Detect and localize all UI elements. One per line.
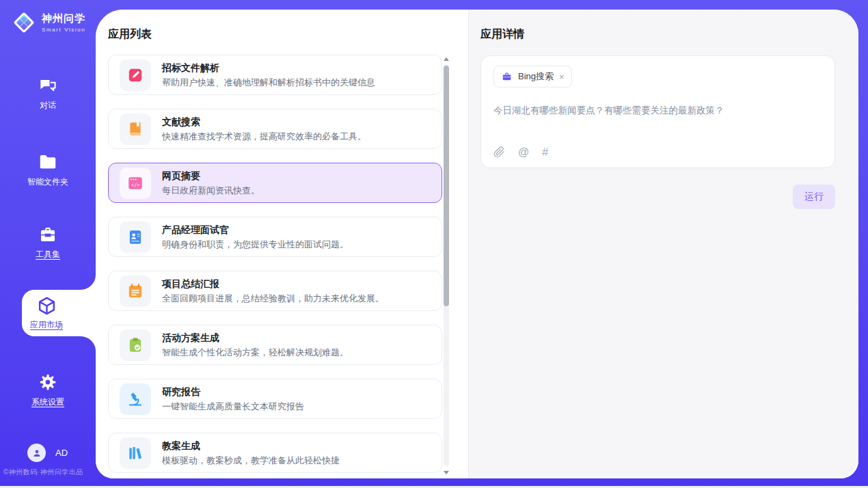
sidebar-item-app-market[interactable]: 应用市场: [22, 290, 96, 336]
hash-icon[interactable]: #: [542, 147, 548, 158]
app-detail-panel: 应用详情 Bing搜索 × 今日湖北有哪些新闻要点？有哪些需要关注的最新政策？: [468, 10, 858, 478]
app-list-panel: 应用列表 招标文件解析 帮助用户快速、准确地理解和解析招标书中的关键信息: [96, 10, 468, 478]
app-desc: 帮助用户快速、准确地理解和解析招标书中的关键信息: [162, 78, 375, 87]
content-area: 应用列表 招标文件解析 帮助用户快速、准确地理解和解析招标书中的关键信息: [96, 10, 858, 478]
browser-code-icon: </>: [120, 167, 151, 199]
app-list-title: 应用列表: [108, 27, 468, 42]
app-card-pm-interviewer[interactable]: 产品经理面试官 明确身份和职责，为您提供专业性的面试问题。: [108, 217, 442, 257]
briefcase-icon: [501, 71, 513, 83]
app-name: 产品经理面试官: [162, 225, 349, 234]
app-name: 网页摘要: [162, 171, 260, 180]
app-name: 研究报告: [162, 387, 304, 396]
app-desc: 一键智能生成高质量长文本研究报告: [162, 402, 304, 411]
app-name: 活动方案生成: [162, 333, 349, 342]
app-desc: 明确身份和职责，为您提供专业性的面试问题。: [162, 240, 349, 249]
books-icon: [120, 437, 151, 469]
scrollbar-thumb[interactable]: [444, 66, 449, 306]
tab-corner-bottom: [81, 336, 96, 351]
clipboard-check-icon: [120, 329, 151, 361]
app-card-web-summary[interactable]: </> 网页摘要 每日政府新闻资讯快查。: [108, 163, 442, 203]
interview-doc-icon: [120, 221, 151, 253]
input-toolbar: @ #: [493, 146, 548, 158]
sidebar-item-label: 系统设置: [0, 396, 96, 408]
app-detail-title: 应用详情: [480, 27, 835, 42]
app-desc: 智能生成个性化活动方案，轻松解决规划难题。: [162, 348, 349, 357]
app-name: 招标文件解析: [162, 63, 375, 72]
tab-corner-top: [81, 275, 96, 290]
close-icon[interactable]: ×: [559, 72, 565, 81]
app-desc: 全面回顾项目进展，总结经验教训，助力未来优化发展。: [162, 294, 384, 303]
sidebar-item-label: 应用市场: [22, 319, 71, 331]
brand-subtitle: Smart Vision: [42, 27, 85, 33]
app-desc: 快速精准查找学术资源，提高研究效率的必备工具。: [162, 132, 366, 141]
toolbox-icon: [38, 224, 58, 245]
sidebar-item-label: 工具集: [0, 249, 96, 260]
app-card-list: 招标文件解析 帮助用户快速、准确地理解和解析招标书中的关键信息 文献搜索: [108, 55, 442, 473]
person-icon: [31, 448, 42, 459]
sidebar-item-label: 智能文件夹: [0, 176, 96, 188]
app-name: 文献搜索: [162, 117, 366, 126]
sidebar-item-label: 对话: [0, 100, 96, 111]
app-card-project-summary[interactable]: 项目总结汇报 全面回顾项目进展，总结经验教训，助力未来优化发展。: [108, 271, 442, 311]
brand-name: 神州问学: [42, 12, 85, 25]
cube-icon: [36, 295, 57, 316]
folder-icon: [38, 152, 58, 172]
list-scrollbar[interactable]: [443, 57, 450, 474]
scroll-down-icon[interactable]: [444, 471, 449, 474]
diamond-logo-icon: [11, 10, 37, 36]
app-name: 教案生成: [162, 441, 340, 450]
prompt-card[interactable]: Bing搜索 × 今日湖北有哪些新闻要点？有哪些需要关注的最新政策？ @ #: [480, 55, 835, 168]
gear-icon: [38, 372, 58, 392]
scrollbar-track[interactable]: [444, 64, 449, 466]
app-window: 神州问学 Smart Vision 对话 智能文件夹 工具集: [0, 0, 868, 488]
sidebar-item-smart-folder[interactable]: 智能文件夹: [0, 152, 96, 188]
tool-chip-bing-search[interactable]: Bing搜索 ×: [493, 66, 572, 87]
sidebar-item-toolset[interactable]: 工具集: [0, 224, 96, 260]
attachment-icon[interactable]: [493, 146, 505, 158]
app-card-activity-plan[interactable]: 活动方案生成 智能生成个性化活动方案，轻松解决规划难题。: [108, 325, 442, 365]
scroll-up-icon[interactable]: [444, 57, 449, 61]
app-card-bid-parse[interactable]: 招标文件解析 帮助用户快速、准确地理解和解析招标书中的关键信息: [108, 55, 442, 95]
user-initials: AD: [55, 448, 68, 458]
svg-text:</>: </>: [131, 182, 140, 188]
sidebar-item-settings[interactable]: 系统设置: [0, 372, 96, 408]
sidebar: 神州问学 Smart Vision 对话 智能文件夹 工具集: [0, 0, 96, 488]
chat-icon: [38, 75, 58, 96]
sidebar-item-chat[interactable]: 对话: [0, 75, 96, 111]
microscope-icon: [120, 383, 151, 415]
run-button[interactable]: 运行: [793, 185, 835, 209]
avatar: [27, 444, 46, 462]
user-account[interactable]: AD: [27, 444, 68, 462]
app-desc: 每日政府新闻资讯快查。: [162, 186, 260, 195]
brand-logo: 神州问学 Smart Vision: [11, 10, 85, 36]
app-card-literature-search[interactable]: 文献搜索 快速精准查找学术资源，提高研究效率的必备工具。: [108, 109, 442, 149]
calendar-report-icon: [120, 275, 151, 307]
prompt-text[interactable]: 今日湖北有哪些新闻要点？有哪些需要关注的最新政策？: [493, 105, 822, 117]
sidebar-footer: ©神州数码·神州问学出品: [3, 467, 83, 477]
tool-chip-label: Bing搜索: [518, 70, 554, 83]
edit-icon: [120, 59, 151, 91]
app-card-research-report[interactable]: 研究报告 一键智能生成高质量长文本研究报告: [108, 379, 442, 419]
app-name: 项目总结汇报: [162, 279, 384, 288]
app-desc: 模板驱动，教案秒成，教学准备从此轻松快捷: [162, 456, 340, 465]
mention-icon[interactable]: @: [518, 147, 529, 158]
app-card-lesson-plan[interactable]: 教案生成 模板驱动，教案秒成，教学准备从此轻松快捷: [108, 433, 442, 473]
run-row: 运行: [480, 185, 835, 209]
book-icon: [120, 113, 151, 145]
